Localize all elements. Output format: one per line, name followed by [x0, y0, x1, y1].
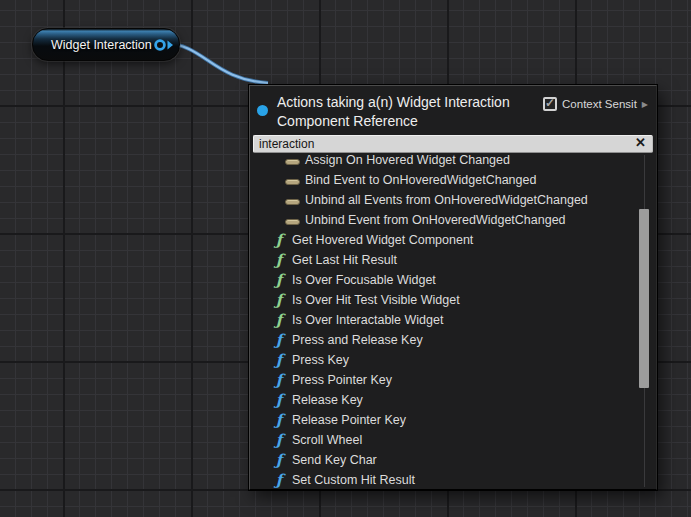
function-icon: ƒ: [271, 293, 287, 307]
function-icon: ƒ: [271, 373, 287, 387]
graph-canvas[interactable]: Widget Interaction Actions taking a(n) W…: [0, 0, 691, 517]
action-label: Bind Event to OnHoveredWidgetChanged: [305, 173, 536, 187]
function-icon: ƒ: [271, 233, 287, 247]
action-list-item[interactable]: ƒIs Over Hit Test Visible Widget: [250, 290, 656, 310]
pin-bullet-icon: [257, 105, 268, 116]
check-mark-icon: ✓: [545, 96, 555, 110]
action-label: Send Key Char: [292, 453, 377, 467]
action-label: Is Over Interactable Widget: [292, 313, 443, 327]
context-menu: Actions taking a(n) Widget Interaction C…: [249, 85, 657, 490]
context-sensitive-label: Context Sensit: [562, 98, 637, 110]
checkbox-checked-icon[interactable]: ✓: [543, 97, 557, 111]
expand-arrow-icon[interactable]: ▶: [642, 100, 648, 109]
clear-search-icon[interactable]: ✕: [635, 135, 646, 151]
menu-header: Actions taking a(n) Widget Interaction C…: [250, 86, 656, 134]
delegate-icon: [284, 155, 300, 167]
action-list-item[interactable]: ƒGet Last Hit Result: [250, 250, 656, 270]
action-list-item[interactable]: ƒSet Custom Hit Result: [250, 470, 656, 489]
action-label: Unbind Event from OnHoveredWidgetChanged: [305, 213, 566, 227]
node-title: Widget Interaction: [51, 38, 152, 52]
action-list-item[interactable]: ƒPress Key: [250, 350, 656, 370]
action-list-item[interactable]: ƒIs Over Focusable Widget: [250, 270, 656, 290]
delegate-icon: [284, 193, 300, 207]
action-label: Get Hovered Widget Component: [292, 233, 473, 247]
function-icon: ƒ: [271, 453, 287, 467]
action-list-item[interactable]: ƒRelease Pointer Key: [250, 410, 656, 430]
action-list-item[interactable]: ƒPress and Release Key: [250, 330, 656, 350]
action-label: Set Custom Hit Result: [292, 473, 415, 487]
action-label: Press and Release Key: [292, 333, 423, 347]
action-list-viewport: Assign On Hovered Widget ChangedBind Eve…: [250, 155, 656, 489]
function-icon: ƒ: [271, 393, 287, 407]
action-label: Press Pointer Key: [292, 373, 392, 387]
function-icon: ƒ: [271, 253, 287, 267]
action-list-item[interactable]: ƒSend Key Char: [250, 450, 656, 470]
function-icon: ƒ: [271, 333, 287, 347]
action-label: Press Key: [292, 353, 349, 367]
delegate-icon: [284, 173, 300, 187]
action-list-item[interactable]: ƒIs Over Interactable Widget: [250, 310, 656, 330]
action-list-item[interactable]: Bind Event to OnHoveredWidgetChanged: [250, 170, 656, 190]
function-icon: ƒ: [271, 473, 287, 487]
action-list-item[interactable]: ƒScroll Wheel: [250, 430, 656, 450]
function-icon: ƒ: [271, 353, 287, 367]
search-bar: ✕: [253, 134, 653, 153]
action-label: Unbind all Events from OnHoveredWidgetCh…: [305, 193, 588, 207]
action-list-item[interactable]: Assign On Hovered Widget Changed: [250, 155, 656, 170]
widget-interaction-node[interactable]: Widget Interaction: [32, 28, 180, 61]
action-list-item[interactable]: ƒPress Pointer Key: [250, 370, 656, 390]
action-list: Assign On Hovered Widget ChangedBind Eve…: [250, 155, 656, 489]
action-list-item[interactable]: ƒGet Hovered Widget Component: [250, 230, 656, 250]
action-list-item[interactable]: Unbind all Events from OnHoveredWidgetCh…: [250, 190, 656, 210]
scrollbar-track[interactable]: [639, 155, 649, 487]
context-sensitive-toggle[interactable]: ✓ Context Sensit ▶: [543, 97, 648, 111]
function-icon: ƒ: [271, 433, 287, 447]
scrollbar-thumb[interactable]: [639, 209, 649, 388]
function-icon: ƒ: [271, 313, 287, 327]
action-label: Scroll Wheel: [292, 433, 362, 447]
action-label: Is Over Hit Test Visible Widget: [292, 293, 460, 307]
action-label: Release Key: [292, 393, 363, 407]
action-list-item[interactable]: ƒRelease Key: [250, 390, 656, 410]
action-label: Release Pointer Key: [292, 413, 406, 427]
output-pin-icon[interactable]: [152, 36, 176, 54]
action-label: Assign On Hovered Widget Changed: [305, 155, 510, 167]
action-label: Get Last Hit Result: [292, 253, 397, 267]
delegate-icon: [284, 213, 300, 227]
action-list-item[interactable]: Unbind Event from OnHoveredWidgetChanged: [250, 210, 656, 230]
function-icon: ƒ: [271, 413, 287, 427]
search-input[interactable]: [253, 135, 653, 153]
action-label: Is Over Focusable Widget: [292, 273, 436, 287]
function-icon: ƒ: [271, 273, 287, 287]
menu-title: Actions taking a(n) Widget Interaction C…: [277, 93, 543, 130]
